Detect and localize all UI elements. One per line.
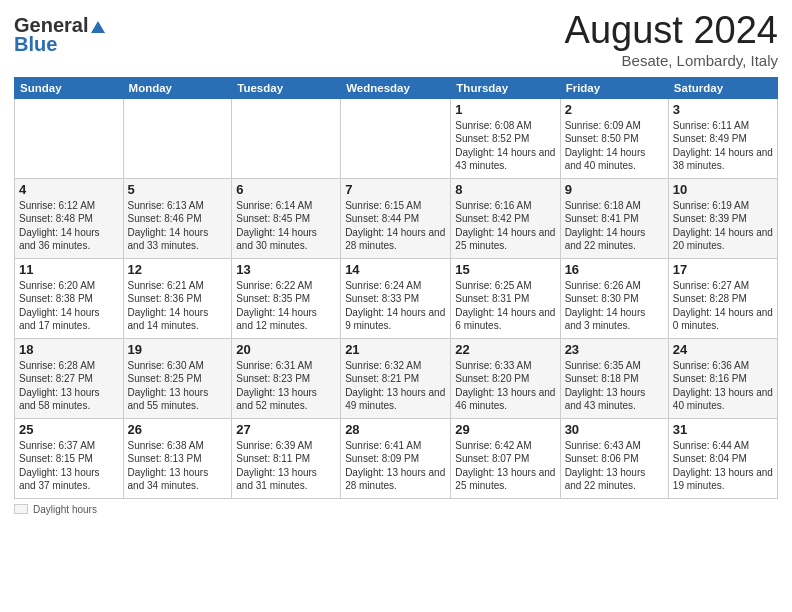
calendar-cell: 15Sunrise: 6:25 AM Sunset: 8:31 PM Dayli… <box>451 258 560 338</box>
header: General Blue August 2024 Besate, Lombard… <box>14 10 778 69</box>
day-number: 3 <box>673 102 773 117</box>
calendar-cell: 2Sunrise: 6:09 AM Sunset: 8:50 PM Daylig… <box>560 98 668 178</box>
calendar-week-row: 11Sunrise: 6:20 AM Sunset: 8:38 PM Dayli… <box>15 258 778 338</box>
calendar-cell: 16Sunrise: 6:26 AM Sunset: 8:30 PM Dayli… <box>560 258 668 338</box>
day-number: 29 <box>455 422 555 437</box>
day-number: 2 <box>565 102 664 117</box>
day-info: Sunrise: 6:31 AM Sunset: 8:23 PM Dayligh… <box>236 359 336 413</box>
calendar-cell: 4Sunrise: 6:12 AM Sunset: 8:48 PM Daylig… <box>15 178 124 258</box>
calendar-cell: 11Sunrise: 6:20 AM Sunset: 8:38 PM Dayli… <box>15 258 124 338</box>
calendar-cell: 13Sunrise: 6:22 AM Sunset: 8:35 PM Dayli… <box>232 258 341 338</box>
day-info: Sunrise: 6:27 AM Sunset: 8:28 PM Dayligh… <box>673 279 773 333</box>
day-info: Sunrise: 6:16 AM Sunset: 8:42 PM Dayligh… <box>455 199 555 253</box>
calendar-cell: 6Sunrise: 6:14 AM Sunset: 8:45 PM Daylig… <box>232 178 341 258</box>
day-info: Sunrise: 6:22 AM Sunset: 8:35 PM Dayligh… <box>236 279 336 333</box>
day-info: Sunrise: 6:14 AM Sunset: 8:45 PM Dayligh… <box>236 199 336 253</box>
day-info: Sunrise: 6:24 AM Sunset: 8:33 PM Dayligh… <box>345 279 446 333</box>
day-number: 12 <box>128 262 228 277</box>
calendar-cell: 29Sunrise: 6:42 AM Sunset: 8:07 PM Dayli… <box>451 418 560 498</box>
day-number: 21 <box>345 342 446 357</box>
calendar-cell: 18Sunrise: 6:28 AM Sunset: 8:27 PM Dayli… <box>15 338 124 418</box>
calendar-table: SundayMondayTuesdayWednesdayThursdayFrid… <box>14 77 778 499</box>
weekday-header-friday: Friday <box>560 77 668 98</box>
calendar-week-row: 4Sunrise: 6:12 AM Sunset: 8:48 PM Daylig… <box>15 178 778 258</box>
day-number: 11 <box>19 262 119 277</box>
weekday-header-saturday: Saturday <box>668 77 777 98</box>
day-number: 15 <box>455 262 555 277</box>
day-number: 18 <box>19 342 119 357</box>
day-info: Sunrise: 6:35 AM Sunset: 8:18 PM Dayligh… <box>565 359 664 413</box>
day-info: Sunrise: 6:18 AM Sunset: 8:41 PM Dayligh… <box>565 199 664 253</box>
calendar-week-row: 1Sunrise: 6:08 AM Sunset: 8:52 PM Daylig… <box>15 98 778 178</box>
weekday-header-wednesday: Wednesday <box>341 77 451 98</box>
calendar-cell <box>341 98 451 178</box>
calendar-cell <box>232 98 341 178</box>
calendar-cell: 12Sunrise: 6:21 AM Sunset: 8:36 PM Dayli… <box>123 258 232 338</box>
calendar-cell: 23Sunrise: 6:35 AM Sunset: 8:18 PM Dayli… <box>560 338 668 418</box>
calendar-cell: 9Sunrise: 6:18 AM Sunset: 8:41 PM Daylig… <box>560 178 668 258</box>
day-info: Sunrise: 6:39 AM Sunset: 8:11 PM Dayligh… <box>236 439 336 493</box>
day-info: Sunrise: 6:32 AM Sunset: 8:21 PM Dayligh… <box>345 359 446 413</box>
day-number: 24 <box>673 342 773 357</box>
calendar-title: August 2024 <box>565 10 778 52</box>
calendar-week-row: 25Sunrise: 6:37 AM Sunset: 8:15 PM Dayli… <box>15 418 778 498</box>
day-info: Sunrise: 6:26 AM Sunset: 8:30 PM Dayligh… <box>565 279 664 333</box>
calendar-cell: 22Sunrise: 6:33 AM Sunset: 8:20 PM Dayli… <box>451 338 560 418</box>
calendar-cell: 17Sunrise: 6:27 AM Sunset: 8:28 PM Dayli… <box>668 258 777 338</box>
day-number: 23 <box>565 342 664 357</box>
calendar-week-row: 18Sunrise: 6:28 AM Sunset: 8:27 PM Dayli… <box>15 338 778 418</box>
day-number: 14 <box>345 262 446 277</box>
day-number: 28 <box>345 422 446 437</box>
svg-marker-0 <box>91 21 105 33</box>
day-info: Sunrise: 6:11 AM Sunset: 8:49 PM Dayligh… <box>673 119 773 173</box>
calendar-cell: 1Sunrise: 6:08 AM Sunset: 8:52 PM Daylig… <box>451 98 560 178</box>
day-number: 13 <box>236 262 336 277</box>
day-number: 17 <box>673 262 773 277</box>
logo: General Blue <box>14 14 108 56</box>
calendar-location: Besate, Lombardy, Italy <box>565 52 778 69</box>
calendar-cell: 10Sunrise: 6:19 AM Sunset: 8:39 PM Dayli… <box>668 178 777 258</box>
weekday-header-thursday: Thursday <box>451 77 560 98</box>
calendar-cell: 26Sunrise: 6:38 AM Sunset: 8:13 PM Dayli… <box>123 418 232 498</box>
calendar-cell: 19Sunrise: 6:30 AM Sunset: 8:25 PM Dayli… <box>123 338 232 418</box>
day-number: 4 <box>19 182 119 197</box>
weekday-header-monday: Monday <box>123 77 232 98</box>
weekday-header-tuesday: Tuesday <box>232 77 341 98</box>
day-info: Sunrise: 6:25 AM Sunset: 8:31 PM Dayligh… <box>455 279 555 333</box>
calendar-cell: 25Sunrise: 6:37 AM Sunset: 8:15 PM Dayli… <box>15 418 124 498</box>
day-info: Sunrise: 6:43 AM Sunset: 8:06 PM Dayligh… <box>565 439 664 493</box>
day-number: 26 <box>128 422 228 437</box>
calendar-header-row: SundayMondayTuesdayWednesdayThursdayFrid… <box>15 77 778 98</box>
day-number: 22 <box>455 342 555 357</box>
day-info: Sunrise: 6:09 AM Sunset: 8:50 PM Dayligh… <box>565 119 664 173</box>
day-number: 19 <box>128 342 228 357</box>
calendar-cell <box>123 98 232 178</box>
day-info: Sunrise: 6:36 AM Sunset: 8:16 PM Dayligh… <box>673 359 773 413</box>
day-number: 9 <box>565 182 664 197</box>
day-info: Sunrise: 6:30 AM Sunset: 8:25 PM Dayligh… <box>128 359 228 413</box>
calendar-cell: 28Sunrise: 6:41 AM Sunset: 8:09 PM Dayli… <box>341 418 451 498</box>
calendar-cell: 5Sunrise: 6:13 AM Sunset: 8:46 PM Daylig… <box>123 178 232 258</box>
day-number: 1 <box>455 102 555 117</box>
day-info: Sunrise: 6:08 AM Sunset: 8:52 PM Dayligh… <box>455 119 555 173</box>
day-info: Sunrise: 6:21 AM Sunset: 8:36 PM Dayligh… <box>128 279 228 333</box>
calendar-cell: 21Sunrise: 6:32 AM Sunset: 8:21 PM Dayli… <box>341 338 451 418</box>
calendar-cell: 30Sunrise: 6:43 AM Sunset: 8:06 PM Dayli… <box>560 418 668 498</box>
calendar-cell: 3Sunrise: 6:11 AM Sunset: 8:49 PM Daylig… <box>668 98 777 178</box>
calendar-cell <box>15 98 124 178</box>
day-number: 7 <box>345 182 446 197</box>
calendar-cell: 14Sunrise: 6:24 AM Sunset: 8:33 PM Dayli… <box>341 258 451 338</box>
day-info: Sunrise: 6:19 AM Sunset: 8:39 PM Dayligh… <box>673 199 773 253</box>
calendar-cell: 24Sunrise: 6:36 AM Sunset: 8:16 PM Dayli… <box>668 338 777 418</box>
day-number: 30 <box>565 422 664 437</box>
weekday-header-sunday: Sunday <box>15 77 124 98</box>
day-number: 8 <box>455 182 555 197</box>
day-info: Sunrise: 6:28 AM Sunset: 8:27 PM Dayligh… <box>19 359 119 413</box>
calendar-cell: 7Sunrise: 6:15 AM Sunset: 8:44 PM Daylig… <box>341 178 451 258</box>
day-info: Sunrise: 6:38 AM Sunset: 8:13 PM Dayligh… <box>128 439 228 493</box>
calendar-cell: 20Sunrise: 6:31 AM Sunset: 8:23 PM Dayli… <box>232 338 341 418</box>
day-info: Sunrise: 6:12 AM Sunset: 8:48 PM Dayligh… <box>19 199 119 253</box>
footer-color-swatch <box>14 504 28 514</box>
logo-blue: Blue <box>14 33 57 56</box>
day-info: Sunrise: 6:37 AM Sunset: 8:15 PM Dayligh… <box>19 439 119 493</box>
